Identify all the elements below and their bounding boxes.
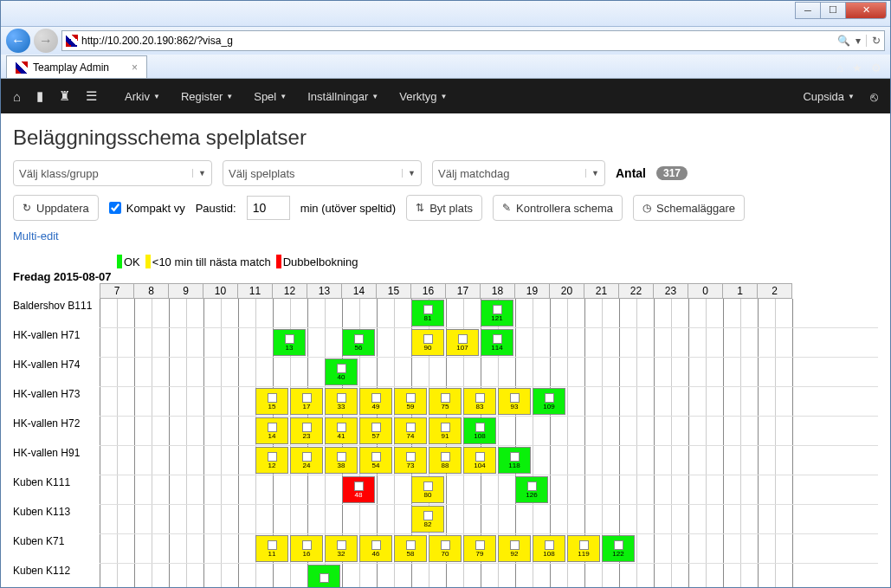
- block-checkbox[interactable]: [510, 540, 520, 550]
- logout-icon[interactable]: ⎋: [870, 89, 878, 104]
- block-checkbox[interactable]: [423, 481, 433, 491]
- block-checkbox[interactable]: [493, 305, 502, 314]
- schedule-block[interactable]: 49: [359, 388, 392, 415]
- nav-menu-spel[interactable]: Spel▼: [254, 90, 287, 103]
- list-icon[interactable]: ☰: [86, 88, 97, 104]
- block-checkbox[interactable]: [458, 334, 468, 344]
- home-nav-icon[interactable]: ⌂: [13, 89, 21, 104]
- block-checkbox[interactable]: [337, 452, 346, 462]
- schedule-block[interactable]: 41: [325, 417, 358, 444]
- block-checkbox[interactable]: [475, 452, 485, 462]
- schedule-block[interactable]: 88: [429, 447, 462, 474]
- block-checkbox[interactable]: [475, 540, 485, 550]
- tower-icon[interactable]: ♜: [59, 88, 70, 104]
- schedule-block[interactable]: 93: [498, 388, 531, 415]
- schedule-block[interactable]: 83: [463, 388, 496, 415]
- schedule-block[interactable]: 16: [290, 535, 323, 562]
- schedule-block[interactable]: 92: [498, 535, 531, 562]
- window-close-button[interactable]: ✕: [845, 2, 887, 19]
- schemalaggare-button[interactable]: ◷ Schemaläggare: [633, 195, 745, 221]
- multi-edit-link[interactable]: Multi-edit: [13, 229, 878, 242]
- block-checkbox[interactable]: [545, 540, 554, 550]
- url-input[interactable]: [81, 35, 834, 47]
- address-bar[interactable]: 🔍 ▾ ↻: [61, 30, 885, 51]
- block-checkbox[interactable]: [268, 393, 277, 403]
- block-checkbox[interactable]: [493, 334, 502, 344]
- schedule-block[interactable]: 81: [411, 300, 444, 326]
- schedule-block[interactable]: 11: [255, 535, 288, 562]
- block-checkbox[interactable]: [337, 540, 346, 550]
- block-checkbox[interactable]: [475, 423, 485, 432]
- nav-menu-inställningar[interactable]: Inställningar▼: [307, 90, 378, 103]
- window-maximize-button[interactable]: ☐: [820, 2, 846, 19]
- schedule-block[interactable]: 33: [325, 388, 358, 415]
- schedule-block[interactable]: 54: [359, 447, 392, 474]
- block-checkbox[interactable]: [614, 540, 623, 550]
- schedule-block[interactable]: 14: [255, 417, 288, 444]
- kompakt-vy-checkbox[interactable]: Kompakt vy: [109, 202, 185, 215]
- block-checkbox[interactable]: [441, 540, 450, 550]
- cupsida-menu[interactable]: Cupsida ▼: [803, 90, 855, 103]
- window-minimize-button[interactable]: ─: [795, 2, 821, 19]
- schedule-block[interactable]: 70: [429, 535, 462, 562]
- tools-icon[interactable]: ⚙: [871, 61, 881, 74]
- schedule-block[interactable]: 24: [290, 447, 323, 474]
- schedule-block[interactable]: 75: [429, 388, 462, 415]
- block-checkbox[interactable]: [406, 452, 416, 462]
- schedule-block[interactable]: 108: [533, 535, 565, 562]
- uppdatera-button[interactable]: ↻ Uppdatera: [13, 195, 99, 221]
- schedule-block[interactable]: 104: [463, 447, 496, 474]
- block-checkbox[interactable]: [441, 423, 450, 432]
- schedule-block[interactable]: 12: [255, 447, 288, 474]
- schedule-block[interactable]: 32: [325, 535, 358, 562]
- schedule-block[interactable]: 109: [533, 388, 565, 415]
- block-checkbox[interactable]: [475, 393, 485, 403]
- tab-close-icon[interactable]: ×: [132, 61, 138, 74]
- schedule-block[interactable]: 56: [342, 329, 375, 356]
- schedule-block[interactable]: 23: [290, 417, 323, 444]
- schedule-block[interactable]: 40: [325, 359, 358, 385]
- schedule-block[interactable]: 108: [463, 417, 496, 444]
- schedule-block[interactable]: 118: [498, 447, 531, 474]
- nav-menu-verktyg[interactable]: Verktyg▼: [399, 90, 447, 103]
- kontrollera-schema-button[interactable]: ✎ Kontrollera schema: [493, 195, 623, 221]
- schedule-block[interactable]: 57: [359, 417, 392, 444]
- schedule-block[interactable]: 48: [342, 476, 375, 503]
- block-checkbox[interactable]: [337, 393, 346, 403]
- block-checkbox[interactable]: [268, 540, 277, 550]
- block-checkbox[interactable]: [371, 423, 381, 432]
- schedule-block[interactable]: 79: [463, 535, 496, 562]
- select-matchdag[interactable]: Välj matchdag ▼: [432, 160, 605, 186]
- block-checkbox[interactable]: [423, 305, 433, 314]
- nav-menu-register[interactable]: Register▼: [181, 90, 233, 103]
- kompakt-vy-input[interactable]: [109, 202, 121, 214]
- browser-tab[interactable]: Teamplay Admin ×: [6, 55, 147, 78]
- block-checkbox[interactable]: [406, 423, 416, 432]
- schedule-block[interactable]: 46: [359, 535, 392, 562]
- block-checkbox[interactable]: [545, 393, 554, 403]
- schedule-block[interactable]: 80: [411, 476, 444, 503]
- block-checkbox[interactable]: [302, 393, 312, 403]
- refresh-icon[interactable]: ↻: [866, 35, 881, 47]
- search-icon[interactable]: 🔍: [837, 35, 850, 47]
- block-checkbox[interactable]: [354, 334, 364, 344]
- schedule-block[interactable]: 17: [290, 388, 323, 415]
- schedule-block[interactable]: 74: [394, 417, 427, 444]
- block-checkbox[interactable]: [510, 393, 520, 403]
- block-checkbox[interactable]: [406, 540, 416, 550]
- schedule-block[interactable]: 91: [429, 417, 462, 444]
- schedule-block[interactable]: 121: [481, 300, 513, 326]
- schedule-block[interactable]: 58: [394, 535, 427, 562]
- schedule-block[interactable]: 15: [255, 388, 288, 415]
- schedule-block[interactable]: 13: [273, 329, 306, 356]
- block-checkbox[interactable]: [268, 452, 277, 462]
- block-checkbox[interactable]: [510, 452, 520, 462]
- schedule-block[interactable]: 73: [394, 447, 427, 474]
- paustid-input[interactable]: [247, 196, 290, 220]
- schedule-block[interactable]: 59: [394, 388, 427, 415]
- schedule-block[interactable]: 107: [446, 329, 479, 356]
- schedule-block[interactable]: 82: [411, 506, 444, 533]
- back-button[interactable]: ←: [6, 29, 30, 53]
- block-checkbox[interactable]: [302, 540, 312, 550]
- schedule-block[interactable]: 119: [567, 535, 600, 562]
